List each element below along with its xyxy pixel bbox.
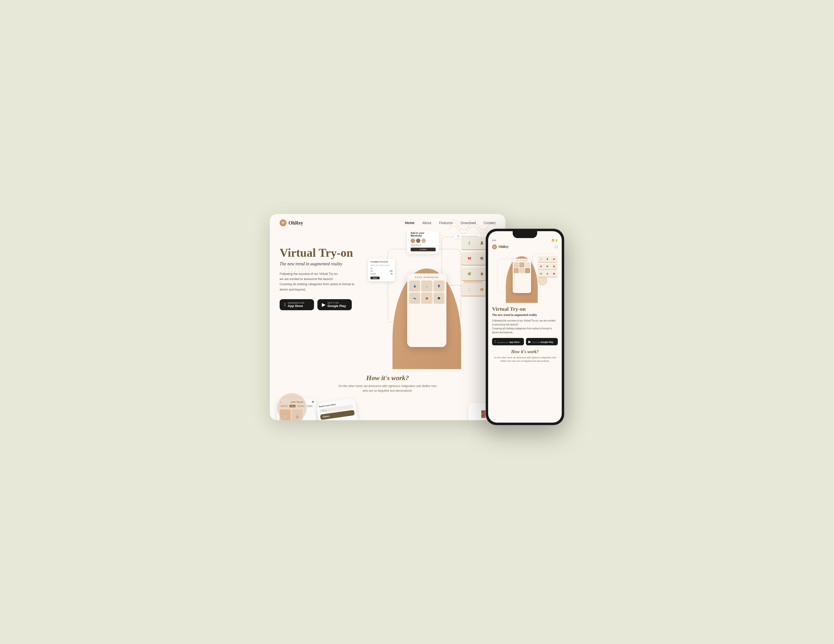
hero-visual: Add to your Wardrobe Taste Name Confirm … bbox=[363, 232, 505, 367]
phone-nav: O OhRey bbox=[488, 243, 562, 251]
phone-mockup: 9:41 📶 🔋 O OhRey bbox=[486, 229, 564, 425]
dots-row-2 bbox=[554, 247, 558, 248]
mini-item-5 bbox=[519, 268, 524, 273]
mini-item-2 bbox=[519, 262, 524, 267]
mini-item-3 bbox=[525, 262, 530, 267]
mini-wardrobe-grid bbox=[514, 262, 530, 273]
apple-icon:  bbox=[284, 302, 286, 307]
shelf-item: 📚 bbox=[480, 257, 484, 261]
google-play-text: GET IT ON Google Play bbox=[328, 302, 346, 308]
settings-icon[interactable]: ⚙ bbox=[312, 401, 314, 403]
phone-how-title: How it's work? bbox=[492, 349, 558, 354]
wardrobe-item-6: 🧥 bbox=[433, 293, 444, 304]
mini-shelf-3: 🌿🪴🧶 bbox=[538, 271, 557, 277]
phone-content: Virtual Try-on The new trend in augmente… bbox=[488, 303, 562, 422]
phone-apple-icon:  bbox=[495, 340, 496, 344]
add-to-wardrobe-card: Add to your Wardrobe Taste Name Confirm bbox=[407, 232, 439, 254]
tab-dress[interactable]: Dress bbox=[306, 405, 313, 408]
shelf-item: 🪴 bbox=[480, 272, 484, 276]
nav-bar: O OhRey Home About Features Download Con… bbox=[270, 214, 505, 232]
app-store-top-label: Download on the bbox=[288, 302, 304, 304]
hero-subtitle: The new trend in augmented reality bbox=[280, 261, 383, 267]
shelf-item: 🌿 bbox=[467, 272, 471, 276]
google-play-button[interactable]: ▶ GET IT ON Google Play bbox=[317, 299, 352, 310]
nav-link-about[interactable]: About bbox=[422, 221, 432, 225]
phone-hero-visual: 🧴🧸📦 🎀📚🎁 🌿🪴🧶 YOUR WARDROBE bbox=[490, 251, 560, 303]
phone-app-store-text: Download on the App Store bbox=[497, 340, 520, 344]
card-dot-3 bbox=[422, 239, 426, 243]
shelf-item: 🧸 bbox=[480, 241, 484, 245]
nav-link-download[interactable]: Download bbox=[461, 221, 476, 225]
wardrobe-item-1: 👗 bbox=[409, 280, 420, 291]
mini-shelf-1: 🧴🧸📦 bbox=[538, 256, 557, 263]
wardrobe-item-4: 👟 bbox=[409, 293, 420, 304]
filter-phone: Search your items 🔍 Tops... Filters Add … bbox=[316, 398, 363, 420]
phone-google-play-button[interactable]: ▶ GET IT ON Google Play bbox=[526, 338, 558, 345]
phone-in-hand: YOUR WARDROBE 👗 👔 👖 👟 👜 🧥 bbox=[407, 273, 446, 347]
wardrobe-item-3: 👖 bbox=[433, 280, 444, 291]
wardrobe-label: YOUR WARDROBE bbox=[415, 276, 439, 278]
how-description: On the other hand, we denounce with righ… bbox=[280, 384, 496, 393]
phone-app-store-top: Download on the bbox=[497, 341, 508, 343]
phone-app-store-button[interactable]:  Download on the App Store bbox=[492, 338, 524, 345]
phone-app-store-main: App Store bbox=[509, 341, 520, 343]
nav-logo[interactable]: O OhRey bbox=[280, 219, 303, 226]
phone-hero-description: Following the success of our Virtual Try… bbox=[492, 319, 558, 335]
phone-status-bar: 9:41 📶 🔋 bbox=[488, 238, 562, 243]
confirm-btn[interactable]: Confirm bbox=[411, 248, 436, 251]
phone-logo[interactable]: O OhRey bbox=[492, 244, 509, 249]
config-val-tall: 175 bbox=[390, 270, 393, 272]
card-subtitle: Taste Name bbox=[411, 244, 436, 246]
shelf-item: 🧴 bbox=[467, 241, 471, 245]
phone-menu-dots[interactable] bbox=[554, 246, 558, 248]
filter-screen: Search your items 🔍 Tops... Filters Add … bbox=[316, 398, 363, 420]
logo-text: OhRey bbox=[288, 220, 303, 226]
mini-phone-screen: YOUR WARDROBE bbox=[513, 259, 531, 293]
how-it-works-section: How it's work? On the other hand, we den… bbox=[270, 369, 505, 398]
hero-description: Following the success of our Virtual Try… bbox=[280, 272, 383, 292]
dot bbox=[554, 247, 556, 248]
card-title: Add to your Wardrobe bbox=[411, 232, 436, 237]
logo-icon: O bbox=[280, 219, 286, 226]
hero-title: Virtual Try-on bbox=[280, 246, 383, 259]
dot bbox=[556, 246, 558, 247]
phone-google-play-top: GET IT ON bbox=[532, 341, 540, 343]
card-dot-2 bbox=[416, 239, 420, 243]
nav-link-home[interactable]: Home bbox=[405, 221, 415, 225]
phone-hero-title: Virtual Try-on bbox=[492, 306, 558, 312]
phone-time: 9:41 bbox=[492, 239, 496, 241]
google-play-icon: ▶ bbox=[322, 302, 325, 307]
google-play-top-label: GET IT ON bbox=[328, 302, 346, 304]
mini-item-6 bbox=[525, 268, 530, 273]
card-icons-row bbox=[411, 239, 436, 243]
dot bbox=[554, 246, 556, 247]
mini-shelves: 🧴🧸📦 🎀📚🎁 🌿🪴🧶 bbox=[538, 256, 557, 278]
phone-logo-text: OhRey bbox=[498, 245, 509, 249]
nav-links: Home About Features Download Contact bbox=[405, 221, 496, 225]
mini-phone: YOUR WARDROBE bbox=[513, 259, 531, 293]
nav-link-features[interactable]: Features bbox=[439, 221, 453, 225]
app-store-main-label: App Store bbox=[288, 304, 304, 308]
phone-google-play-main: Google Play bbox=[541, 341, 553, 343]
shelf-item: 🧺 bbox=[480, 288, 484, 291]
wardrobe-item-5: 👜 bbox=[421, 293, 432, 304]
app-store-button[interactable]:  Download on the App Store bbox=[280, 299, 314, 310]
dot bbox=[556, 247, 558, 248]
phone-hero-subtitle: The new trend in augmented reality bbox=[492, 313, 558, 317]
hero-section: Virtual Try-on The new trend in augmente… bbox=[270, 232, 505, 369]
mini-shelf-2: 🎀📚🎁 bbox=[538, 264, 557, 270]
dots-row-1 bbox=[554, 246, 558, 247]
hero-left: Virtual Try-on The new trend in augmente… bbox=[280, 232, 383, 369]
google-play-main-label: Google Play bbox=[328, 304, 346, 308]
how-title: How it's work? bbox=[280, 374, 496, 382]
download-buttons:  Download on the App Store ▶ GET IT ON … bbox=[280, 299, 383, 310]
phone-google-play-icon: ▶ bbox=[529, 340, 531, 344]
mini-item-4 bbox=[514, 268, 519, 273]
phone-google-play-text: GET IT ON Google Play bbox=[532, 340, 553, 344]
app-store-text: Download on the App Store bbox=[288, 302, 304, 308]
search-icon: 🔍 bbox=[457, 235, 459, 237]
shelf-item: 🎀 bbox=[467, 257, 471, 261]
phone-download-buttons:  Download on the App Store ▶ GET IT ON … bbox=[492, 338, 558, 345]
nav-link-contact[interactable]: Contact bbox=[484, 221, 496, 225]
phone-signal: 📶 🔋 bbox=[552, 239, 558, 241]
